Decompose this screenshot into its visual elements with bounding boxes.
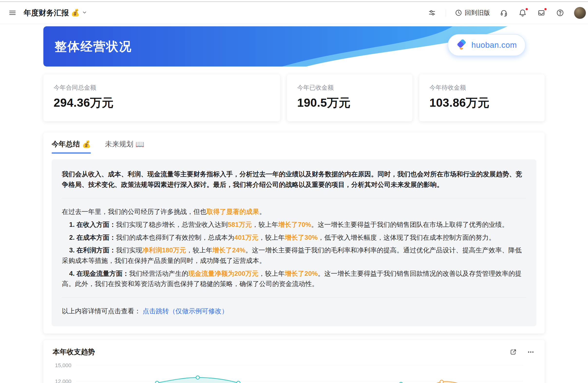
report-title-dropdown[interactable]: 年度财务汇报 💰: [24, 8, 87, 18]
summary-points-list: 在收入方面：我们实现了稳步增长，总营业收入达到581万元，较上年增长了70%。这…: [62, 219, 526, 289]
support-button[interactable]: [499, 8, 509, 18]
inbox-badge: [544, 8, 547, 11]
stat-card-received[interactable]: 今年已收金额 190.5万元: [287, 74, 412, 121]
divider: [446, 9, 446, 17]
help-button[interactable]: [555, 8, 565, 18]
divider: [62, 298, 526, 298]
tab-label: 今年总结: [52, 139, 80, 149]
navbar: 年度财务汇报 💰 回到旧版: [0, 2, 588, 24]
notifications-button[interactable]: [518, 8, 527, 18]
main-content: 整体经营状况 huoban.com 今年合同总金额 294.36万元 今年已收金…: [0, 24, 588, 383]
chart-header: 本年收支趋势: [53, 347, 535, 357]
stat-label: 今年待收金额: [429, 84, 534, 92]
point-cashflow: 在现金流量方面：我们经营活动产生的现金流量净额为200万元，较上年增长了20%。…: [62, 269, 526, 289]
sliders-icon: [428, 9, 436, 17]
details-footer-line: 以上内容详情可点击查看： 点击跳转（仅做示例可修改）: [62, 306, 526, 317]
trend-chart-card: 本年收支趋势 15,00012,0009,0006,0003,0000: [43, 340, 545, 383]
window-top-edge: [0, 0, 588, 2]
hero-banner: 整体经营状况 huoban.com: [43, 26, 545, 66]
chart-title: 本年收支趋势: [53, 347, 95, 357]
stat-card-pending[interactable]: 今年待收金额 103.86万元: [419, 74, 545, 121]
open-book-icon: 📖: [135, 141, 144, 148]
back-to-old-version-button[interactable]: 回到旧版: [455, 9, 490, 17]
svg-text:12,000: 12,000: [55, 378, 71, 383]
display-settings-button[interactable]: [427, 8, 437, 18]
page-title: 年度财务汇报: [24, 8, 69, 18]
back-to-old-version-label: 回到旧版: [465, 9, 490, 17]
stat-label: 今年合同总金额: [54, 84, 270, 92]
user-avatar[interactable]: [574, 7, 586, 19]
money-bag-icon: 💰: [82, 141, 91, 148]
stat-label: 今年已收金额: [297, 84, 402, 92]
hamburger-icon: [8, 9, 16, 17]
tab-future-plan[interactable]: 未来规划 📖: [105, 139, 144, 153]
chart-actions: [509, 347, 535, 357]
history-icon: [455, 9, 462, 17]
point-revenue: 在收入方面：我们实现了稳步增长，总营业收入达到581万元，较上年增长了70%。这…: [62, 219, 526, 230]
summary-tabs: 今年总结 💰 未来规划 📖: [43, 132, 545, 153]
jump-link[interactable]: 点击跳转（仅做示例可修改）: [143, 307, 228, 315]
overview-paragraph: 我们会从收入、成本、利润、现金流量等主要财务指标入手，分析过去一年的业绩以及财务…: [62, 169, 526, 190]
huoban-logo-icon: [457, 40, 468, 51]
chevron-down-icon: [82, 9, 87, 16]
headset-icon: [500, 9, 508, 17]
point-cost: 在成本方面：我们的成本也得到了有效控制，总成本为401万元，较上年增长了30%，…: [62, 233, 526, 243]
summary-panel: 我们会从收入、成本、利润、现金流量等主要财务指标入手，分析过去一年的业绩以及财务…: [52, 159, 536, 326]
money-bag-icon: 💰: [71, 9, 80, 16]
tab-label: 未来规划: [105, 139, 133, 149]
inbox-button[interactable]: [536, 8, 546, 18]
stat-value: 190.5万元: [297, 95, 402, 111]
divider: [62, 198, 526, 198]
help-icon: [556, 9, 564, 17]
huoban-logo-text: huoban.com: [471, 41, 517, 50]
trend-chart: 15,00012,0009,0006,0003,0000: [53, 363, 536, 383]
achievements-lead-line: 在过去一年里，我们的公司经历了许多挑战，但也取得了显著的成果。: [62, 207, 526, 217]
point-profit: 在利润方面：我们实现净利润180万元，较上年增长了24%。这一增长主要得益于我们…: [62, 245, 526, 266]
open-fullscreen-button[interactable]: [509, 347, 518, 357]
huoban-logo[interactable]: huoban.com: [448, 34, 526, 56]
notification-badge: [525, 8, 528, 11]
chart-area: 15,00012,0009,0006,0003,0000: [53, 363, 535, 383]
stat-card-contract-total[interactable]: 今年合同总金额 294.36万元: [43, 74, 280, 121]
tab-this-year-summary[interactable]: 今年总结 💰: [52, 139, 91, 153]
stat-cards-row: 今年合同总金额 294.36万元 今年已收金额 190.5万元 今年待收金额 1…: [43, 74, 545, 121]
svg-text:15,000: 15,000: [55, 363, 71, 368]
external-link-icon: [510, 348, 517, 356]
ellipsis-icon: [527, 348, 534, 356]
stat-value: 103.86万元: [429, 95, 534, 111]
menu-button[interactable]: [7, 8, 17, 18]
stat-value: 294.36万元: [54, 95, 270, 111]
summary-card: 今年总结 💰 未来规划 📖 我们会从收入、成本、利润、现金流量等主要财务指标入手…: [43, 132, 545, 334]
more-options-button[interactable]: [526, 347, 535, 357]
navbar-actions: 回到旧版: [427, 7, 582, 19]
details-footer-label: 以上内容详情可点击查看：: [62, 307, 141, 315]
banner-title: 整体经营状况: [55, 38, 132, 55]
